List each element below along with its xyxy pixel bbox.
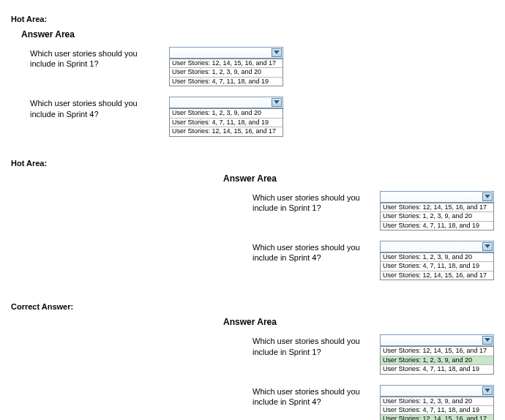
svg-marker-5 <box>485 389 490 392</box>
option[interactable]: User Stories: 1, 2, 3, 9, and 20 <box>381 252 493 261</box>
answer-area-label-3: Answer Area <box>223 317 494 327</box>
correct-answer-label: Correct Answer: <box>11 302 494 311</box>
question-text-sprint4: Which user stories should you include in… <box>252 385 377 408</box>
chevron-down-icon[interactable] <box>482 386 493 395</box>
hot-area-label-2: Hot Area: <box>11 159 494 168</box>
hot-area-label-1: Hot Area: <box>11 15 494 23</box>
chevron-down-icon[interactable] <box>272 98 282 107</box>
option-selected[interactable]: User Stories: 12, 14, 15, 16, and 17 <box>381 414 493 420</box>
dropdown-sprint4-correct[interactable] <box>380 385 494 397</box>
chevron-down-icon[interactable] <box>272 48 282 57</box>
dropdown-sprint4-top[interactable] <box>169 97 283 108</box>
option[interactable]: User Stories: 4, 7, 11, 18, and 19 <box>381 364 493 373</box>
question-text-sprint4: Which user stories should you include in… <box>30 97 162 119</box>
option[interactable]: User Stories: 4, 7, 11, 18, and 19 <box>170 118 283 127</box>
svg-marker-4 <box>485 338 490 342</box>
option[interactable]: User Stories: 1, 2, 3, 9, and 20 <box>381 397 493 405</box>
option[interactable]: User Stories: 4, 7, 11, 18, and 19 <box>381 405 493 414</box>
option[interactable]: User Stories: 1, 2, 3, 9, and 20 <box>170 108 283 117</box>
option[interactable]: User Stories: 12, 14, 15, 16, and 17 <box>381 346 493 355</box>
option[interactable]: User Stories: 12, 14, 15, 16, and 17 <box>170 59 283 67</box>
answer-area-label-2: Answer Area <box>223 173 494 184</box>
dropdown-sprint1-top[interactable] <box>169 47 283 59</box>
option[interactable]: User Stories: 12, 14, 15, 16, and 17 <box>170 127 283 135</box>
svg-marker-1 <box>274 100 280 104</box>
dropdown-sprint1-mid[interactable] <box>380 191 494 203</box>
question-row-sprint1-mid: Which user stories should you include in… <box>252 191 494 230</box>
svg-marker-3 <box>485 244 490 248</box>
dropdown-options-sprint1-top: User Stories: 12, 14, 15, 16, and 17 Use… <box>169 59 283 86</box>
option-selected[interactable]: User Stories: 1, 2, 3, 9, and 20 <box>381 356 493 364</box>
answer-area-label-1: Answer Area <box>21 29 494 40</box>
dropdown-options-sprint4-correct: User Stories: 1, 2, 3, 9, and 20 User St… <box>380 397 494 420</box>
dropdown-options-sprint1-correct: User Stories: 12, 14, 15, 16, and 17 Use… <box>380 346 494 374</box>
dropdown-sprint1-correct[interactable] <box>380 334 494 346</box>
chevron-down-icon[interactable] <box>482 242 493 251</box>
question-row-sprint4-correct: Which user stories should you include in… <box>252 385 494 420</box>
chevron-down-icon[interactable] <box>482 192 493 201</box>
svg-marker-2 <box>485 195 490 198</box>
option[interactable]: User Stories: 12, 14, 15, 16, and 17 <box>381 203 493 211</box>
option[interactable]: User Stories: 4, 7, 11, 18, and 19 <box>381 221 493 230</box>
question-text-sprint1: Which user stories should you include in… <box>30 47 162 70</box>
dropdown-sprint4-mid[interactable] <box>380 241 494 252</box>
question-row-sprint4-top: Which user stories should you include in… <box>30 97 494 136</box>
option[interactable]: User Stories: 1, 2, 3, 9, and 20 <box>381 211 493 220</box>
question-text-sprint4: Which user stories should you include in… <box>252 241 377 263</box>
dropdown-options-sprint4-top: User Stories: 1, 2, 3, 9, and 20 User St… <box>169 108 283 136</box>
option[interactable]: User Stories: 1, 2, 3, 9, and 20 <box>170 67 283 76</box>
chevron-down-icon[interactable] <box>482 336 493 345</box>
dropdown-options-sprint4-mid: User Stories: 1, 2, 3, 9, and 20 User St… <box>380 252 494 280</box>
svg-marker-0 <box>274 50 280 54</box>
question-text-sprint1: Which user stories should you include in… <box>252 334 377 357</box>
option[interactable]: User Stories: 4, 7, 11, 18, and 19 <box>170 77 283 86</box>
question-row-sprint1-correct: Which user stories should you include in… <box>252 334 494 374</box>
option[interactable]: User Stories: 12, 14, 15, 16, and 17 <box>381 271 493 280</box>
question-text-sprint1: Which user stories should you include in… <box>252 191 377 214</box>
option[interactable]: User Stories: 4, 7, 11, 18, and 19 <box>381 261 493 270</box>
question-row-sprint4-mid: Which user stories should you include in… <box>252 241 494 280</box>
dropdown-options-sprint1-mid: User Stories: 12, 14, 15, 16, and 17 Use… <box>380 203 494 230</box>
question-row-sprint1-top: Which user stories should you include in… <box>30 47 494 86</box>
